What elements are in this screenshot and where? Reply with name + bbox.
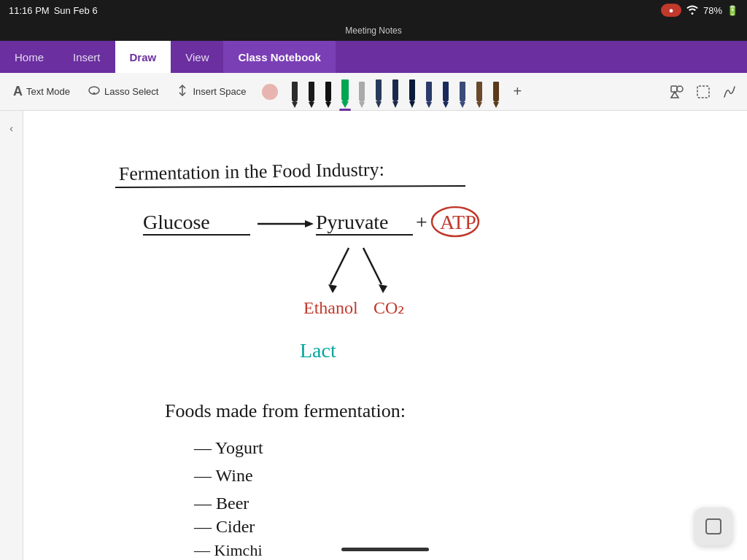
svg-text:+: + <box>416 211 427 233</box>
text-mode-icon: A <box>13 84 23 99</box>
tab-view[interactable]: View <box>171 41 223 73</box>
bottom-handle <box>341 548 429 551</box>
pen-gray[interactable] <box>354 76 370 108</box>
status-right: ● 78% 🔋 <box>661 4 738 17</box>
content-area: ‹ Fermentation in the Food Industry: Glu… <box>0 111 747 560</box>
svg-text:— Cider: — Cider <box>193 517 255 536</box>
svg-text:ATP: ATP <box>440 211 476 233</box>
nav-tabs: Home Insert Draw View Class Notebook <box>0 41 747 73</box>
tab-class-notebook[interactable]: Class Notebook <box>223 41 335 73</box>
svg-rect-31 <box>706 519 721 534</box>
svg-marker-21 <box>379 284 387 293</box>
svg-point-4 <box>677 86 683 92</box>
svg-text:Lact: Lact <box>300 339 336 362</box>
pen-brown2[interactable] <box>488 76 504 108</box>
battery-icon: 🔋 <box>727 5 738 16</box>
pen-dark1[interactable] <box>371 76 387 108</box>
title-bar: Meeting Notes <box>0 20 747 41</box>
add-pen-button[interactable]: + <box>507 82 527 102</box>
svg-text:Foods made from fermentation:: Foods made from fermentation: <box>165 400 406 421</box>
status-bar: 11:16 PM Sun Feb 6 ● 78% 🔋 <box>0 0 747 20</box>
pen-3[interactable] <box>320 76 336 108</box>
chevron-left-icon: ‹ <box>9 122 13 134</box>
tab-draw[interactable]: Draw <box>115 41 171 73</box>
svg-line-8 <box>115 186 465 187</box>
svg-text:— Wine: — Wine <box>193 466 253 485</box>
svg-text:Ethanol: Ethanol <box>303 298 358 317</box>
right-toolbar <box>665 80 741 104</box>
svg-marker-12 <box>305 220 314 228</box>
svg-text:— Beer: — Beer <box>193 494 249 513</box>
date-label: Sun Feb 6 <box>54 5 98 16</box>
tab-insert[interactable]: Insert <box>58 41 115 73</box>
svg-text:— Yogurt: — Yogurt <box>193 438 263 457</box>
svg-marker-19 <box>328 284 337 293</box>
handwriting-canvas: Fermentation in the Food Industry: Gluco… <box>23 111 747 560</box>
svg-text:CO₂: CO₂ <box>374 298 405 317</box>
text-mode-label: Text Mode <box>26 86 70 97</box>
battery-label: 78% <box>703 5 722 16</box>
status-left: 11:16 PM Sun Feb 6 <box>9 5 98 16</box>
time-label: 11:16 PM <box>9 5 50 16</box>
pen-dark3[interactable] <box>404 76 420 108</box>
pen-1[interactable] <box>287 76 303 108</box>
pen-navy2[interactable] <box>438 76 454 108</box>
ink-to-shape-button[interactable] <box>718 80 741 104</box>
wifi-icon <box>686 4 699 17</box>
insert-space-label: Insert Space <box>193 86 246 97</box>
floating-action-button[interactable] <box>694 508 732 545</box>
shapes-button[interactable] <box>665 80 689 104</box>
canvas[interactable]: Fermentation in the Food Industry: Gluco… <box>23 111 747 560</box>
pen-brown1[interactable] <box>471 76 487 108</box>
insert-space-button[interactable]: Insert Space <box>169 81 253 102</box>
sidebar-toggle[interactable]: ‹ <box>0 111 23 560</box>
lasso-label: Lasso Select <box>104 86 158 97</box>
pen-tools <box>287 76 504 108</box>
pen-2[interactable] <box>303 76 320 108</box>
tab-home[interactable]: Home <box>0 41 58 73</box>
select-button[interactable] <box>692 80 715 104</box>
svg-rect-6 <box>697 86 709 98</box>
pen-navy1[interactable] <box>421 76 437 108</box>
svg-text:Glucose: Glucose <box>143 211 210 233</box>
svg-text:— Kimchi: — Kimchi <box>193 541 263 559</box>
pen-green[interactable] <box>337 76 353 108</box>
toolbar: A Text Mode Lasso Select Insert Space <box>0 73 747 111</box>
lasso-icon <box>88 84 101 99</box>
lasso-select-button[interactable]: Lasso Select <box>80 81 166 102</box>
insert-space-icon <box>176 84 189 99</box>
svg-rect-3 <box>671 86 677 92</box>
svg-marker-5 <box>671 92 678 98</box>
recording-indicator: ● <box>661 4 681 17</box>
svg-text:Fermentation in the Food Indus: Fermentation in the Food Industry: <box>119 159 384 184</box>
svg-line-20 <box>363 248 382 284</box>
svg-point-1 <box>93 93 95 95</box>
color-swatch[interactable] <box>262 84 278 100</box>
pen-dark2[interactable] <box>387 76 403 108</box>
app-title: Meeting Notes <box>345 26 401 36</box>
text-mode-button[interactable]: A Text Mode <box>6 81 77 102</box>
svg-text:Pyruvate: Pyruvate <box>316 211 389 233</box>
pen-navy3[interactable] <box>454 76 471 108</box>
svg-line-18 <box>330 248 349 284</box>
